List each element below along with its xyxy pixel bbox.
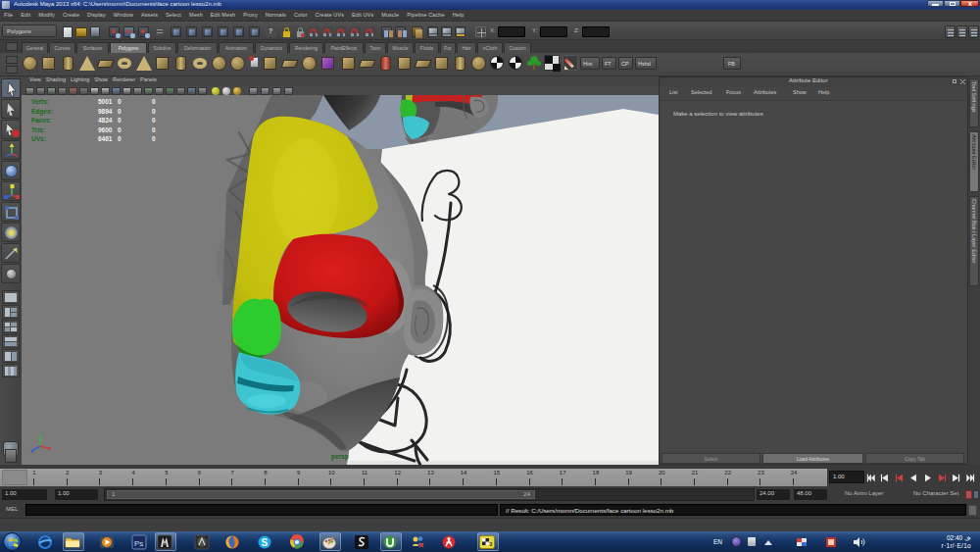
- svg-text:0: 0: [152, 117, 156, 124]
- svg-text:0: 0: [118, 98, 122, 105]
- svg-text:9894: 9894: [98, 108, 113, 115]
- svg-text:0: 0: [152, 108, 156, 115]
- svg-text:0: 0: [152, 98, 156, 105]
- svg-text:4824: 4824: [98, 117, 113, 124]
- svg-text:0: 0: [118, 108, 122, 115]
- svg-text:9600: 9600: [98, 126, 113, 133]
- svg-text:Verts:: Verts:: [31, 98, 49, 105]
- svg-text:3: 3: [490, 541, 493, 547]
- svg-text:UVs:: UVs:: [31, 135, 46, 142]
- svg-text:Ps: Ps: [134, 539, 143, 548]
- svg-text:S: S: [262, 537, 269, 548]
- svg-text:0: 0: [152, 135, 156, 142]
- svg-text:6461: 6461: [98, 135, 113, 142]
- svg-text:Faces:: Faces:: [31, 117, 52, 124]
- svg-text:Edges:: Edges:: [31, 108, 53, 116]
- svg-text:0: 0: [118, 126, 122, 133]
- svg-text:5001: 5001: [98, 98, 113, 105]
- svg-text:0: 0: [118, 135, 122, 142]
- svg-text:persp: persp: [331, 453, 349, 461]
- svg-text:0: 0: [152, 126, 156, 133]
- svg-text:0: 0: [118, 117, 122, 124]
- svg-text:Tris:: Tris:: [31, 126, 45, 133]
